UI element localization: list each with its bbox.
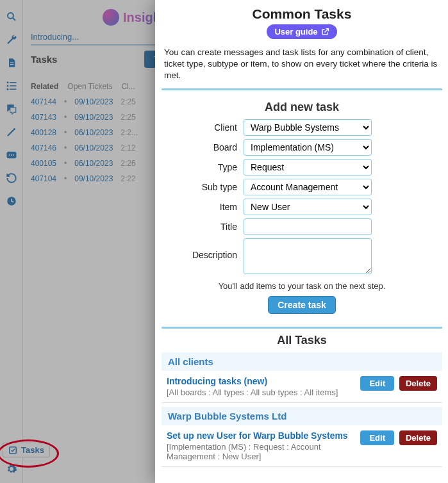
tasks-tab-container: Tasks xyxy=(0,443,50,457)
svg-rect-5 xyxy=(10,82,17,83)
svg-rect-2 xyxy=(10,62,13,63)
tab-more[interactable]: Cl... xyxy=(121,82,135,91)
add-task-hint: You'll add items to your task on the nex… xyxy=(167,281,437,291)
subtype-select[interactable]: Account Management xyxy=(244,179,372,195)
svg-point-14 xyxy=(13,154,14,156)
task-meta: [All boards : All types : All sub types … xyxy=(167,388,355,397)
all-tasks-heading: All Tasks xyxy=(155,334,448,347)
gear-icon[interactable] xyxy=(3,460,21,478)
search-icon[interactable] xyxy=(3,8,21,26)
modal-title: Common Tasks xyxy=(163,6,441,22)
add-task-heading: Add new task xyxy=(167,101,437,114)
task-title-link[interactable]: Introducing tasks (new) xyxy=(167,376,355,386)
type-select[interactable]: Request xyxy=(244,159,372,176)
brand-mark-icon xyxy=(103,9,119,26)
chat-icon[interactable] xyxy=(3,100,21,118)
svg-rect-9 xyxy=(10,89,17,90)
item-select[interactable]: New User xyxy=(244,199,372,215)
label-title: Title xyxy=(167,222,244,232)
left-sidebar xyxy=(0,0,23,483)
label-subtype: Sub type xyxy=(167,182,244,192)
tasks-tab[interactable]: Tasks xyxy=(3,443,50,457)
task-row: Introducing tasks (new) [All boards : Al… xyxy=(162,371,442,403)
add-task-section: Add new task Client Warp Bubble Systems … xyxy=(162,93,442,320)
label-item: Item xyxy=(167,202,244,212)
label-board: Board xyxy=(167,142,244,152)
svg-point-13 xyxy=(11,154,12,156)
title-input[interactable] xyxy=(244,218,372,235)
edit-button[interactable]: Edit xyxy=(360,376,394,391)
user-guide-button[interactable]: User guide xyxy=(267,24,336,39)
task-meta: [Implementation (MS) : Request : Account… xyxy=(167,442,355,461)
check-square-icon xyxy=(8,446,17,455)
svg-point-6 xyxy=(6,85,8,87)
tab-open-tickets[interactable]: Open Tickets xyxy=(67,82,112,91)
create-task-button[interactable]: Create task xyxy=(268,296,336,314)
common-tasks-panel: Common Tasks User guide You can create m… xyxy=(155,0,448,483)
label-client: Client xyxy=(167,122,244,133)
delete-button[interactable]: Delete xyxy=(399,376,437,391)
task-group-name: All clients xyxy=(168,356,213,367)
page-title: Tasks xyxy=(31,54,57,65)
client-select[interactable]: Warp Bubble Systems xyxy=(244,119,372,136)
task-group-header: All clients xyxy=(162,352,442,371)
tasks-tab-label: Tasks xyxy=(21,445,44,455)
wrench-icon[interactable] xyxy=(3,31,21,49)
modal-description: You can create messages and task lists f… xyxy=(155,43,448,88)
task-group-header: Warp Bubble Systems Ltd xyxy=(162,407,442,425)
svg-line-1 xyxy=(13,18,15,20)
edit-button[interactable]: Edit xyxy=(360,430,394,445)
svg-rect-7 xyxy=(10,85,17,86)
tab-related[interactable]: Related xyxy=(31,82,58,91)
task-row: Set up new User for Warp Bubble Systems … xyxy=(162,425,442,467)
label-description: Description xyxy=(167,238,244,260)
description-textarea[interactable] xyxy=(244,238,372,274)
clock-icon[interactable] xyxy=(3,192,21,210)
delete-button[interactable]: Delete xyxy=(399,430,437,445)
svg-point-4 xyxy=(6,81,8,83)
divider xyxy=(162,327,442,329)
svg-point-8 xyxy=(6,88,8,90)
divider xyxy=(162,88,442,90)
label-type: Type xyxy=(167,162,244,172)
task-title-link[interactable]: Set up new User for Warp Bubble Systems xyxy=(167,430,355,441)
user-guide-label: User guide xyxy=(274,27,317,37)
task-group-name: Warp Bubble Systems Ltd xyxy=(168,411,286,422)
svg-point-12 xyxy=(9,154,10,156)
external-link-icon xyxy=(321,28,329,36)
history-icon[interactable] xyxy=(3,169,21,187)
svg-point-10 xyxy=(13,128,15,130)
svg-point-0 xyxy=(8,13,13,19)
document-icon[interactable] xyxy=(3,54,21,72)
board-select[interactable]: Implementation (MS) xyxy=(244,139,372,156)
pen-icon[interactable] xyxy=(3,123,21,141)
message-icon[interactable] xyxy=(3,146,21,164)
svg-rect-3 xyxy=(10,64,13,65)
list-icon[interactable] xyxy=(3,77,21,95)
